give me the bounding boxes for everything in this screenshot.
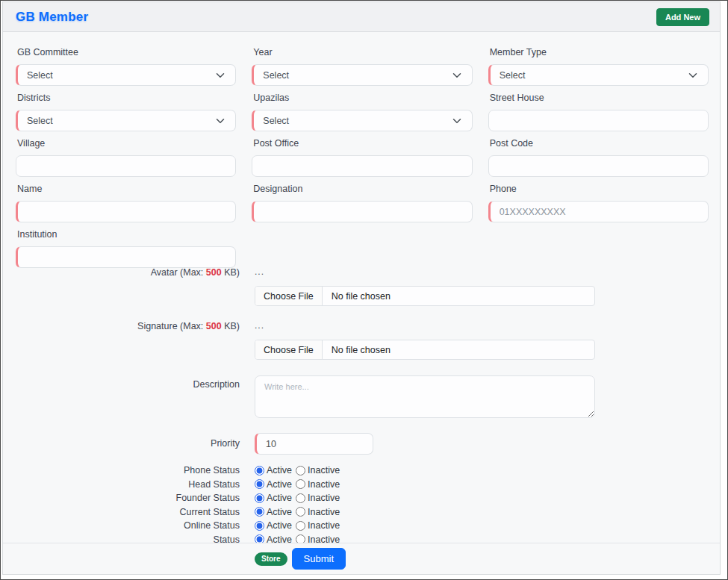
field-village: Village xyxy=(16,139,236,177)
designation-input[interactable] xyxy=(252,201,472,222)
field-name: Name xyxy=(16,184,236,222)
head-status-inactive-radio[interactable] xyxy=(296,479,305,489)
member-type-select[interactable]: Select xyxy=(488,64,709,86)
phone-status-options: Active Inactive xyxy=(255,465,340,475)
post-office-label: Post Office xyxy=(253,139,472,149)
current-status-options: Active Inactive xyxy=(255,507,340,517)
page-title: GB Member xyxy=(16,10,88,25)
signature-choose-file-button[interactable]: Choose File xyxy=(255,340,323,359)
status-row-founder: Founder Status Active Inactive xyxy=(16,491,709,505)
phone-status-active-radio[interactable] xyxy=(255,466,264,475)
gb-committee-label: GB Committee xyxy=(17,48,236,57)
online-status-inactive-option[interactable]: Inactive xyxy=(296,520,340,531)
online-status-label: Online Status xyxy=(16,520,240,531)
field-post-code: Post Code xyxy=(488,139,709,177)
status-row-phone: Phone Status Active Inactive xyxy=(16,464,709,478)
description-row: Description xyxy=(16,375,709,421)
online-status-active-option[interactable]: Active xyxy=(255,520,292,531)
field-member-type: Member Type Select xyxy=(488,48,709,86)
village-label: Village xyxy=(17,139,236,149)
founder-status-inactive-radio[interactable] xyxy=(296,493,305,503)
institution-input[interactable] xyxy=(16,246,236,268)
street-house-label: Street House xyxy=(490,93,709,103)
gb-committee-select[interactable]: Select xyxy=(16,64,236,86)
year-select[interactable]: Select xyxy=(252,64,472,86)
avatar-file-input[interactable]: Choose File No file chosen xyxy=(255,286,595,306)
inactive-option-label: Inactive xyxy=(308,479,340,490)
phone-status-inactive-option[interactable]: Inactive xyxy=(296,465,340,475)
phone-status-active-option[interactable]: Active xyxy=(255,465,292,475)
status-row-head: Head Status Active Inactive xyxy=(16,478,709,492)
signature-file-status: No file chosen xyxy=(323,340,391,359)
avatar-label-suffix: KB) xyxy=(224,267,240,278)
signature-upload-row: Signature (Max: 500 KB) ... Choose File … xyxy=(16,322,709,360)
chevron-down-icon xyxy=(452,71,461,80)
phone-status-inactive-radio[interactable] xyxy=(296,466,305,475)
active-option-label: Active xyxy=(267,465,292,475)
signature-label-suffix: KB) xyxy=(224,321,240,331)
avatar-preview-placeholder: ... xyxy=(255,268,595,275)
field-phone: Phone xyxy=(488,184,709,222)
field-upazilas: Upazilas Select xyxy=(252,93,472,131)
name-label: Name xyxy=(17,184,236,194)
horizontal-form-section: Avatar (Max: 500 KB) ... Choose File No … xyxy=(16,268,709,546)
head-status-active-option[interactable]: Active xyxy=(255,479,292,490)
select-value: Select xyxy=(263,70,289,81)
head-status-inactive-option[interactable]: Inactive xyxy=(296,479,340,490)
online-status-active-radio[interactable] xyxy=(255,521,264,531)
head-status-active-radio[interactable] xyxy=(255,479,264,489)
signature-label-prefix: Signature (Max: xyxy=(137,321,203,331)
add-new-button[interactable]: Add New xyxy=(656,8,709,26)
description-textarea[interactable] xyxy=(255,375,595,418)
signature-upload-control: ... Choose File No file chosen xyxy=(255,322,595,360)
form-body: GB Committee Select Year Select Member T… xyxy=(3,32,720,546)
active-option-label: Active xyxy=(267,507,292,517)
phone-input[interactable] xyxy=(488,201,709,222)
phone-status-label: Phone Status xyxy=(16,465,240,475)
founder-status-active-option[interactable]: Active xyxy=(255,493,292,503)
avatar-choose-file-button[interactable]: Choose File xyxy=(255,287,323,305)
active-option-label: Active xyxy=(267,493,292,503)
post-office-input[interactable] xyxy=(252,155,472,177)
head-status-label: Head Status xyxy=(16,479,240,490)
submit-button[interactable]: Submit xyxy=(292,548,346,570)
village-input[interactable] xyxy=(16,155,236,177)
founder-status-options: Active Inactive xyxy=(255,493,340,503)
street-house-input[interactable] xyxy=(488,110,709,131)
priority-input[interactable] xyxy=(255,433,373,455)
card-header: GB Member Add New xyxy=(3,2,720,32)
online-status-inactive-radio[interactable] xyxy=(296,521,305,531)
field-year: Year Select xyxy=(252,48,472,86)
online-status-options: Active Inactive xyxy=(255,520,340,531)
districts-label: Districts xyxy=(17,93,236,103)
field-designation: Designation xyxy=(252,184,472,222)
field-street-house: Street House xyxy=(488,93,709,131)
current-status-active-option[interactable]: Active xyxy=(255,507,292,517)
field-grid: GB Committee Select Year Select Member T… xyxy=(16,48,709,275)
founder-status-active-radio[interactable] xyxy=(255,493,264,503)
founder-status-inactive-option[interactable]: Inactive xyxy=(296,493,340,503)
signature-file-input[interactable]: Choose File No file chosen xyxy=(255,340,595,360)
phone-label: Phone xyxy=(490,184,709,194)
chevron-down-icon xyxy=(216,116,225,125)
current-status-inactive-radio[interactable] xyxy=(296,507,305,517)
field-institution: Institution xyxy=(16,230,236,268)
avatar-label-prefix: Avatar (Max: xyxy=(151,267,204,278)
card-footer: Store Submit xyxy=(3,543,720,574)
field-districts: Districts Select xyxy=(16,93,236,131)
member-type-label: Member Type xyxy=(490,48,709,57)
institution-label: Institution xyxy=(17,230,236,240)
current-status-active-radio[interactable] xyxy=(255,507,264,517)
upazilas-select[interactable]: Select xyxy=(252,110,472,131)
chevron-down-icon xyxy=(216,71,225,80)
field-post-office: Post Office xyxy=(252,139,472,177)
founder-status-label: Founder Status xyxy=(16,493,240,503)
name-input[interactable] xyxy=(16,201,236,222)
current-status-label: Current Status xyxy=(16,507,240,517)
chevron-down-icon xyxy=(452,116,461,125)
post-code-input[interactable] xyxy=(488,155,709,177)
districts-select[interactable]: Select xyxy=(16,110,236,131)
store-badge: Store xyxy=(255,552,287,566)
head-status-options: Active Inactive xyxy=(255,479,340,490)
current-status-inactive-option[interactable]: Inactive xyxy=(296,507,340,517)
